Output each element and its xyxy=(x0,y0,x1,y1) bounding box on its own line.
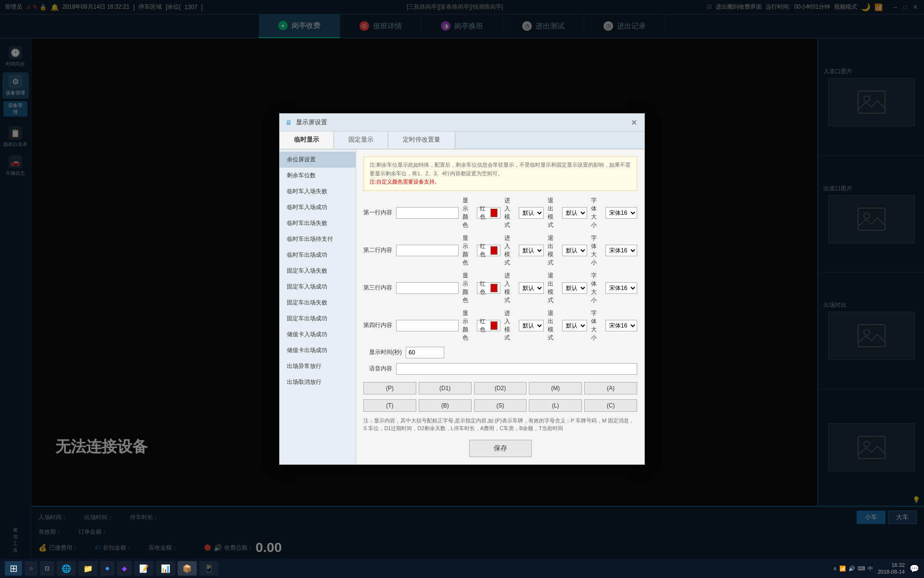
row1-color-label: 显示颜色 xyxy=(462,197,473,229)
menu-item-7[interactable]: 固定车入场失败 xyxy=(280,263,356,279)
menu-item-12[interactable]: 储值卡出场成功 xyxy=(280,342,356,358)
btn-A[interactable]: (A) xyxy=(584,382,637,394)
taskbar-item-explorer[interactable]: 📁 xyxy=(78,561,98,576)
row1-font-select[interactable]: 宋体16 xyxy=(605,207,637,219)
menu-item-8[interactable]: 固定车入场成功 xyxy=(280,279,356,295)
row4-color-picker[interactable]: 红色 xyxy=(477,320,500,331)
btn-B[interactable]: (B) xyxy=(419,399,472,412)
menu-item-13[interactable]: 出场异常放行 xyxy=(280,358,356,374)
btn-grid-row2: (T) (B) (S) (L) (C) xyxy=(363,399,637,412)
modal-overlay: 🖥 显示屏设置 ✕ 临时显示 固定显示 定时停改置量 余位屏设置 剩余车位数 临… xyxy=(0,0,924,578)
dialog-tab-temp[interactable]: 临时显示 xyxy=(280,131,334,149)
row4-color-label: 显示颜色 xyxy=(462,309,473,342)
keyboard-icon[interactable]: ⌨ xyxy=(858,565,865,572)
display-time-row: 显示时间(秒) xyxy=(363,347,637,358)
row4-entry-mode-select[interactable]: 默认 xyxy=(519,320,544,331)
taskbar-start-button[interactable]: ⊞ xyxy=(5,561,22,576)
menu-item-1[interactable]: 剩余车位数 xyxy=(280,168,356,184)
clock-date: 2018-08-14 xyxy=(878,568,905,575)
row1-exit-mode-label: 退出模式 xyxy=(548,197,558,229)
row1-color-picker[interactable]: 红色 xyxy=(477,207,500,219)
dialog-tab-timer[interactable]: 定时停改置量 xyxy=(388,131,455,149)
menu-item-9[interactable]: 固定车出场失败 xyxy=(280,295,356,311)
menu-item-6[interactable]: 临时车出场成功 xyxy=(280,247,356,263)
dialog-title-icon: 🖥 xyxy=(285,118,292,126)
dialog-close-button[interactable]: ✕ xyxy=(629,118,639,127)
row3-font-select[interactable]: 宋体16 xyxy=(605,282,637,294)
row2-exit-mode-select[interactable]: 默认 xyxy=(562,245,587,256)
clock-time: 16:32 xyxy=(878,562,905,568)
row3-exit-mode-select[interactable]: 默认 xyxy=(562,282,587,294)
row3-input[interactable] xyxy=(396,282,459,294)
btn-D2[interactable]: (D2) xyxy=(474,382,527,394)
row2-entry-mode-select[interactable]: 默认 xyxy=(519,245,544,256)
taskbar-right: ∧ 📶 🔊 ⌨ 中 16:32 2018-08-14 💬 xyxy=(833,562,919,576)
row1-label: 第一行内容 xyxy=(363,209,392,217)
row1-input[interactable] xyxy=(396,207,459,219)
row4-exit-mode-label: 退出模式 xyxy=(548,309,558,342)
row2-label: 第二行内容 xyxy=(363,246,392,254)
ime-icon[interactable]: 中 xyxy=(868,565,873,572)
row4-color-swatch[interactable] xyxy=(490,321,498,330)
taskbar-clock[interactable]: 16:32 2018-08-14 xyxy=(878,562,905,576)
hint-text: 注：显示内容，其中大括号配粗正字母,是示指定内容,如:{P}表示车牌，有效的字母… xyxy=(363,417,637,433)
row4-color-text: 红色 xyxy=(480,317,488,334)
row1-entry-mode-select[interactable]: 默认 xyxy=(519,207,544,219)
btn-S[interactable]: (S) xyxy=(474,399,527,412)
dialog-tab-fixed[interactable]: 固定显示 xyxy=(334,131,388,149)
menu-item-14[interactable]: 出场取消放行 xyxy=(280,374,356,390)
row2-font-select[interactable]: 宋体16 xyxy=(605,245,637,256)
taskbar: ⊞ ○ ⊡ 🌐 📁 ● ◆ 📝 📊 📦 📱 ∧ 📶 🔊 ⌨ 中 16:32 20… xyxy=(0,559,924,578)
taskbar-item-search[interactable]: ○ xyxy=(25,561,38,576)
row1-color-swatch[interactable] xyxy=(490,209,498,217)
menu-item-4[interactable]: 临时车出场失败 xyxy=(280,215,356,231)
row3-color-swatch[interactable] xyxy=(490,284,498,292)
taskbar-item-edge[interactable]: 🌐 xyxy=(57,561,76,576)
menu-item-3[interactable]: 临时车入场成功 xyxy=(280,199,356,215)
row1-exit-mode-select[interactable]: 默认 xyxy=(562,207,587,219)
dialog-title: 显示屏设置 xyxy=(296,118,327,127)
btn-D1[interactable]: (D1) xyxy=(419,382,472,394)
menu-item-0[interactable]: 余位屏设置 xyxy=(280,152,356,168)
btn-C[interactable]: (C) xyxy=(584,399,637,412)
btn-M[interactable]: (M) xyxy=(529,382,582,394)
row2-color-picker[interactable]: 红色 xyxy=(477,245,500,256)
menu-item-10[interactable]: 固定车出场成功 xyxy=(280,311,356,327)
row4-input[interactable] xyxy=(396,320,459,331)
row2-color-swatch[interactable] xyxy=(490,246,498,255)
btn-P[interactable]: (P) xyxy=(363,382,416,394)
row3-entry-mode-select[interactable]: 默认 xyxy=(519,282,544,294)
row3-exit-mode-label: 退出模式 xyxy=(548,272,558,304)
save-button[interactable]: 保存 xyxy=(469,440,532,457)
btn-T[interactable]: (T) xyxy=(363,399,416,412)
taskbar-item-app1[interactable]: ● xyxy=(100,561,115,576)
row4-font-select[interactable]: 宋体16 xyxy=(605,320,637,331)
notification-icon[interactable]: 💬 xyxy=(910,564,919,573)
menu-item-5[interactable]: 临时车出场待支付 xyxy=(280,231,356,247)
menu-item-2[interactable]: 临时车入场失败 xyxy=(280,184,356,199)
row3-color-label: 显示颜色 xyxy=(462,272,473,304)
taskbar-item-app2[interactable]: 📝 xyxy=(134,561,154,576)
taskbar-item-taskview[interactable]: ⊡ xyxy=(40,561,54,576)
display-time-input[interactable] xyxy=(406,347,444,358)
row3-color-picker[interactable]: 红色 xyxy=(477,282,500,294)
taskbar-item-ide[interactable]: ◆ xyxy=(117,561,132,576)
row2-input[interactable] xyxy=(396,245,459,256)
taskbar-item-app5[interactable]: 📱 xyxy=(199,561,218,576)
voice-input[interactable] xyxy=(396,363,637,375)
btn-grid-row1: (P) (D1) (D2) (M) (A) xyxy=(363,382,637,394)
menu-item-11[interactable]: 储值卡入场成功 xyxy=(280,327,356,342)
dialog-body: 余位屏设置 剩余车位数 临时车入场失败 临时车入场成功 临时车出场失败 临时车出… xyxy=(280,149,644,464)
row3-entry-mode-label: 进入模式 xyxy=(504,272,515,304)
volume-taskbar-icon[interactable]: 🔊 xyxy=(848,565,855,572)
taskbar-item-app4[interactable]: 📦 xyxy=(178,561,197,576)
row2-color-label: 显示颜色 xyxy=(462,234,473,267)
btn-L[interactable]: (L) xyxy=(529,399,582,412)
form-row-2: 第二行内容 显示颜色 红色 进入模式 默认 退出模式 默认 字体大小 xyxy=(363,234,637,267)
expand-icon[interactable]: ∧ xyxy=(833,565,837,572)
voice-row: 语音内容 xyxy=(363,363,637,375)
taskbar-item-app3[interactable]: 📊 xyxy=(156,561,175,576)
row4-exit-mode-select[interactable]: 默认 xyxy=(562,320,587,331)
network-taskbar-icon[interactable]: 📶 xyxy=(839,565,846,572)
row2-entry-mode-label: 进入模式 xyxy=(504,234,515,267)
